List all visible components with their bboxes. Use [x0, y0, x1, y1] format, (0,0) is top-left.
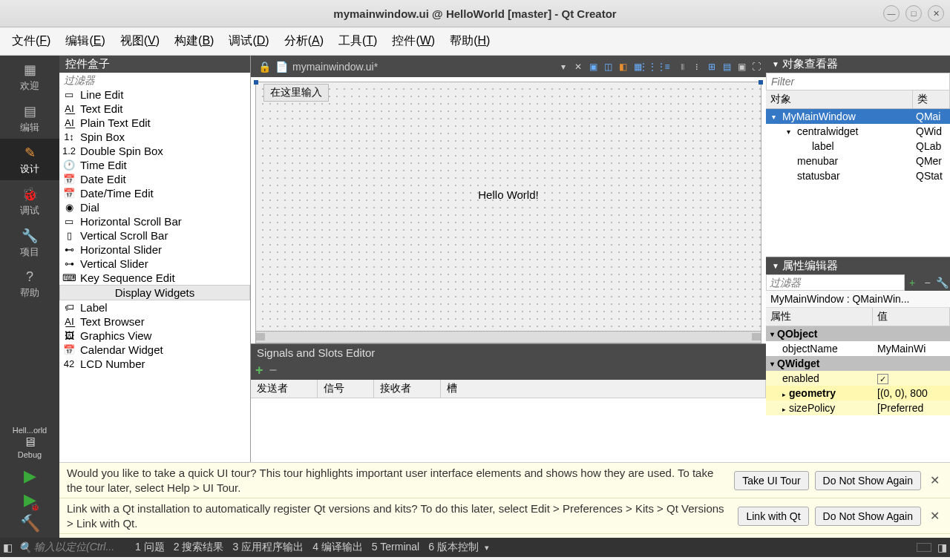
output-tab[interactable]: 6 版本控制 [428, 541, 479, 554]
collapse-icon[interactable]: ▼ [772, 60, 779, 68]
col-object[interactable]: 对象 [766, 90, 913, 108]
widget-item[interactable]: 📅Date Edit [59, 172, 250, 186]
menu-item[interactable]: 分析(A) [277, 29, 331, 53]
widget-item[interactable]: A̲I̲Text Edit [59, 102, 250, 116]
widget-item[interactable]: A̲I̲Plain Text Edit [59, 116, 250, 130]
menu-item[interactable]: 控件(W) [384, 29, 442, 53]
property-row[interactable]: ▸geometry[(0, 0), 800 [766, 386, 950, 401]
widget-group-header[interactable]: Display Widgets [59, 285, 250, 300]
widget-item[interactable]: ⊷Horizontal Slider [59, 243, 250, 257]
object-filter-input[interactable] [766, 73, 950, 90]
maximize-button[interactable]: □ [905, 5, 922, 22]
add-property-button[interactable]: + [905, 274, 920, 291]
run-button[interactable]: ▶ [22, 465, 38, 487]
col-slot[interactable]: 槽 [441, 380, 766, 398]
close-button[interactable]: ✕ [928, 5, 944, 22]
sidebar-right-toggle-icon[interactable]: ◨ [937, 541, 947, 553]
object-tree-row[interactable]: labelQLab [766, 139, 950, 154]
edit-widgets-icon[interactable]: ▣ [586, 60, 600, 73]
widget-item[interactable]: ▯Vertical Scroll Bar [59, 228, 250, 243]
selection-handle[interactable] [254, 80, 258, 85]
notification-primary-button[interactable]: Link with Qt [738, 507, 808, 526]
property-row[interactable]: enabled✓ [766, 371, 950, 386]
property-group-header[interactable]: ▾ QObject [766, 326, 950, 341]
menu-item[interactable]: 构建(B) [167, 29, 221, 53]
layout-grid-icon[interactable]: ⊞ [705, 60, 718, 73]
menu-item[interactable]: 调试(D) [221, 29, 276, 53]
col-receiver[interactable]: 接收者 [374, 380, 441, 398]
locator[interactable]: 🔍 输入以定位(Ctrl... [19, 541, 114, 554]
object-tree-row[interactable]: ▾MyMainWindowQMai [766, 109, 950, 124]
widget-item[interactable]: 🖼Graphics View [59, 329, 250, 343]
layout-v-icon[interactable]: ≡ [661, 60, 674, 73]
notification-secondary-button[interactable]: Do Not Show Again [815, 471, 921, 490]
remove-property-button[interactable]: − [920, 274, 934, 291]
property-group-header[interactable]: ▾ QWidget [766, 356, 950, 371]
col-property[interactable]: 属性 [766, 308, 873, 326]
collapse-icon[interactable]: ▼ [772, 262, 779, 270]
notification-secondary-button[interactable]: Do Not Show Again [815, 507, 921, 526]
property-filter-input[interactable] [766, 274, 905, 291]
layout-h-icon[interactable]: ⋮⋮⋮ [646, 60, 659, 73]
mode-edit[interactable]: ▤编辑 [0, 97, 59, 139]
property-row[interactable]: objectNameMyMainWi [766, 341, 950, 356]
add-signal-button[interactable]: + [255, 363, 263, 378]
menu-item[interactable]: 编辑(E) [58, 29, 112, 53]
menu-item[interactable]: 视图(V) [113, 29, 167, 53]
break-layout-icon[interactable]: ▣ [735, 60, 748, 73]
mode-welcome[interactable]: ▦欢迎 [0, 56, 59, 97]
col-value[interactable]: 值 [873, 308, 950, 326]
widget-item[interactable]: 42LCD Number [59, 357, 250, 371]
object-tree[interactable]: ▾MyMainWindowQMai▾centralwidgetQWidlabel… [766, 109, 950, 257]
label-widget[interactable]: Hello World! [478, 188, 538, 200]
property-row[interactable]: ▸sizePolicy[Preferred [766, 401, 950, 415]
notification-close-button[interactable]: ✕ [927, 509, 943, 523]
widget-item[interactable]: ▭Line Edit [59, 88, 250, 102]
form-canvas[interactable]: 在这里输入 Hello World! [255, 82, 761, 332]
menu-item[interactable]: 文件(F) [4, 29, 58, 53]
mode-design[interactable]: ✎设计 [0, 139, 59, 180]
output-tab[interactable]: 3 应用程序输出 [232, 541, 304, 554]
notification-primary-button[interactable]: Take UI Tour [734, 471, 808, 490]
widget-item[interactable]: ◉Dial [59, 200, 250, 214]
mode-debug[interactable]: 🐞调试 [0, 180, 59, 222]
minimize-button[interactable]: — [883, 5, 900, 22]
selection-handle[interactable] [759, 80, 763, 85]
widget-item[interactable]: A̲I̲Text Browser [59, 314, 250, 329]
remove-signal-button[interactable]: − [269, 363, 278, 378]
widget-filter-input[interactable] [59, 73, 250, 88]
widget-item[interactable]: 📅Date/Time Edit [59, 186, 250, 200]
widget-item[interactable]: 🕐Time Edit [59, 158, 250, 172]
widget-item[interactable]: 1↕Spin Box [59, 130, 250, 144]
sidebar-toggle-icon[interactable]: ◧ [3, 541, 13, 553]
run-debug-button[interactable]: ▶🐞 [22, 489, 38, 511]
build-button[interactable]: 🔨 [19, 513, 42, 535]
edit-signals-icon[interactable]: ◫ [601, 60, 615, 73]
col-class[interactable]: 类 [913, 90, 950, 108]
dropdown-icon[interactable]: ▾ [557, 60, 570, 73]
object-tree-row[interactable]: menubarQMer [766, 154, 950, 168]
widget-item[interactable]: ⌨Key Sequence Edit [59, 271, 250, 285]
widget-item[interactable]: 1.2Double Spin Box [59, 144, 250, 158]
col-sender[interactable]: 发送者 [251, 380, 318, 398]
widget-item[interactable]: ⊶Vertical Slider [59, 257, 250, 271]
edit-buddies-icon[interactable]: ◧ [616, 60, 629, 73]
notification-close-button[interactable]: ✕ [927, 473, 943, 487]
config-property-button[interactable]: 🔧 [935, 274, 950, 291]
kit-selector[interactable]: Hell...orld 🖥 Debug [11, 423, 48, 462]
widget-item[interactable]: 📅Calendar Widget [59, 343, 250, 357]
layout-vsplit-icon[interactable]: ⫶ [690, 60, 704, 73]
adjust-size-icon[interactable]: ⛶ [750, 60, 763, 73]
output-tab[interactable]: 4 编译输出 [312, 541, 363, 554]
menu-placeholder[interactable]: 在这里输入 [263, 84, 329, 102]
menu-item[interactable]: 工具(T) [331, 29, 384, 53]
widget-item[interactable]: ▭Horizontal Scroll Bar [59, 214, 250, 228]
object-tree-row[interactable]: statusbarQStat [766, 168, 950, 183]
menu-item[interactable]: 帮助(H) [442, 29, 497, 53]
design-tab-file[interactable]: 🔒 📄 mymainwindow.ui* [251, 59, 385, 75]
canvas-hscrollbar[interactable] [255, 332, 761, 343]
layout-hsplit-icon[interactable]: ⫴ [675, 60, 689, 73]
close-tab-icon[interactable]: ✕ [571, 60, 585, 73]
output-tab[interactable]: 5 Terminal [372, 541, 419, 554]
widget-item[interactable]: 🏷Label [59, 300, 250, 314]
